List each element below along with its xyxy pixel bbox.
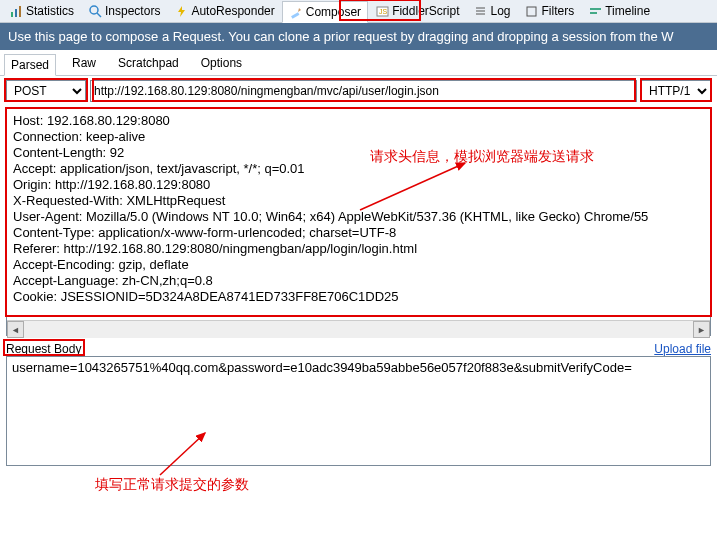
http-version-select[interactable]: HTTP/1.1 xyxy=(641,80,711,102)
svg-rect-13 xyxy=(527,7,536,16)
tab-label: Inspectors xyxy=(105,4,160,18)
tab-label: AutoResponder xyxy=(191,4,274,18)
subtab-raw[interactable]: Raw xyxy=(66,53,102,75)
pencil-icon xyxy=(289,5,303,19)
tab-label: Filters xyxy=(542,4,575,18)
horizontal-scrollbar[interactable]: ◄ ► xyxy=(7,320,710,338)
checkbox-icon xyxy=(525,4,539,18)
svg-rect-6 xyxy=(291,12,299,19)
request-body-textarea[interactable] xyxy=(6,356,711,466)
tab-inspectors[interactable]: Inspectors xyxy=(81,0,167,22)
request-headers-textarea[interactable] xyxy=(7,109,710,317)
upload-file-link[interactable]: Upload file xyxy=(654,342,711,356)
svg-rect-0 xyxy=(11,12,13,17)
tab-log[interactable]: Log xyxy=(466,0,517,22)
list-icon xyxy=(473,4,487,18)
subtab-parsed[interactable]: Parsed xyxy=(4,54,56,76)
tab-fiddlerscript[interactable]: JS FiddlerScript xyxy=(368,0,466,22)
tab-label: Statistics xyxy=(26,4,74,18)
svg-marker-7 xyxy=(298,8,301,12)
tab-label: Timeline xyxy=(605,4,650,18)
bolt-icon xyxy=(174,4,188,18)
tab-label: FiddlerScript xyxy=(392,4,459,18)
svg-rect-2 xyxy=(19,6,21,17)
svg-point-3 xyxy=(90,6,98,14)
timeline-icon xyxy=(588,4,602,18)
request-body-label: Request Body xyxy=(6,342,81,356)
script-icon: JS xyxy=(375,4,389,18)
headers-container: ◄ ► xyxy=(6,108,711,336)
scroll-right-button[interactable]: ► xyxy=(693,321,710,338)
tab-label: Log xyxy=(490,4,510,18)
tab-timeline[interactable]: Timeline xyxy=(581,0,657,22)
svg-text:JS: JS xyxy=(379,8,388,15)
bar-chart-icon xyxy=(9,4,23,18)
composer-hint: Use this page to compose a Request. You … xyxy=(0,23,717,50)
http-method-select[interactable]: POST xyxy=(6,80,86,102)
tab-autoresponder[interactable]: AutoResponder xyxy=(167,0,281,22)
main-tab-strip: Statistics Inspectors AutoResponder Comp… xyxy=(0,0,717,23)
svg-line-4 xyxy=(97,13,101,17)
subtab-scratchpad[interactable]: Scratchpad xyxy=(112,53,185,75)
subtab-options[interactable]: Options xyxy=(195,53,248,75)
url-input[interactable] xyxy=(90,80,637,102)
request-line: POST HTTP/1.1 xyxy=(0,76,717,106)
tab-statistics[interactable]: Statistics xyxy=(2,0,81,22)
svg-rect-1 xyxy=(15,9,17,17)
composer-sub-tabs: Parsed Raw Scratchpad Options xyxy=(0,50,717,76)
tab-filters[interactable]: Filters xyxy=(518,0,582,22)
magnifier-icon xyxy=(88,4,102,18)
tab-composer[interactable]: Composer xyxy=(282,1,368,23)
scroll-left-button[interactable]: ◄ xyxy=(7,321,24,338)
svg-marker-5 xyxy=(178,6,185,17)
tab-label: Composer xyxy=(306,5,361,19)
body-header-row: Request Body Upload file xyxy=(0,340,717,356)
